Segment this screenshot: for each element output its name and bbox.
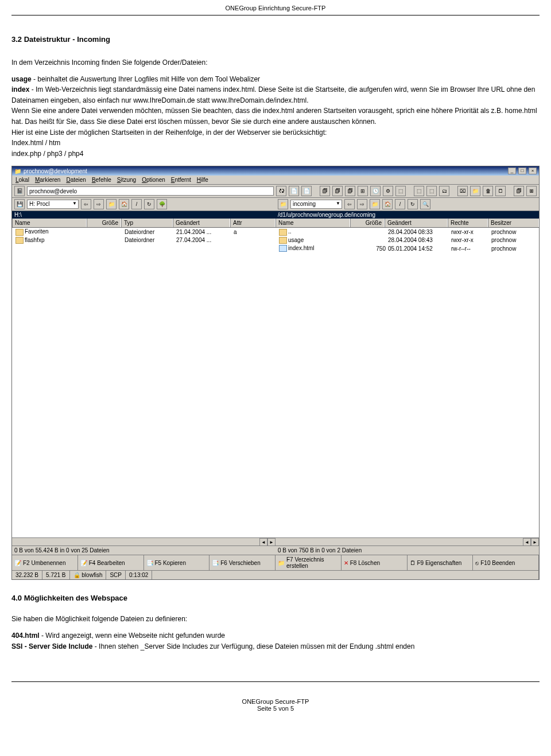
list-item[interactable]: .. 28.04.2004 08:33 rwxr-xr-x prochnow — [276, 228, 539, 236]
f8-delete[interactable]: ✕F8 Löschen — [342, 555, 408, 570]
menu-dateien[interactable]: Dateien — [66, 177, 86, 183]
stat-1: 32.232 B — [12, 571, 42, 579]
footer-rule — [11, 681, 540, 682]
tb-btn-9[interactable]: ⚙ — [383, 186, 393, 196]
left-drive-dropdown[interactable]: H: Procl — [27, 200, 79, 209]
tb-btn-1[interactable]: 🗘 — [276, 186, 286, 196]
scroll-left-icon[interactable]: ◄ — [259, 538, 267, 546]
f6-move[interactable]: 📑F6 Verschieben — [209, 555, 276, 570]
left-hscroll[interactable]: ◄ ► — [12, 537, 276, 545]
lcol-geaendert[interactable]: Geändert — [173, 219, 230, 227]
right-nav-parent[interactable]: 📁 — [370, 199, 380, 209]
menu-markieren[interactable]: Markieren — [35, 177, 60, 183]
minimize-button[interactable]: _ — [508, 167, 516, 174]
right-nav-fwd[interactable]: ⇨ — [357, 199, 367, 209]
lcol-groesse[interactable]: Größe — [87, 219, 121, 227]
maximize-button[interactable]: □ — [518, 167, 526, 174]
titlebar[interactable]: 📁 prochnow@development _ □ × — [12, 166, 539, 176]
right-status: 0 B von 750 B in 0 von 2 Dateien — [276, 545, 539, 555]
menu-lokal[interactable]: Lokal — [15, 177, 29, 183]
section-4-0-title: 4.0 Möglichkeiten des Webspace — [11, 594, 540, 602]
right-nav-refresh[interactable]: ↻ — [408, 199, 418, 209]
footer-line-1: ONEGroup Secure-FTP — [11, 698, 540, 705]
right-nav-root[interactable]: / — [395, 199, 405, 209]
left-nav-root[interactable]: / — [131, 199, 142, 209]
tb-btn-13[interactable]: 🗂 — [439, 186, 449, 196]
tb-btn-16[interactable]: 🗑 — [483, 186, 493, 196]
right-nav-home[interactable]: 🏠 — [382, 199, 393, 209]
doc-footer: ONEGroup Secure-FTP Seite 5 von 5 — [11, 696, 540, 712]
left-filelist[interactable]: Favoriten Dateiordner 21.04.2004 ... a f… — [12, 228, 276, 537]
rcol-geaendert[interactable]: Geändert — [385, 219, 448, 227]
right-columns: Name Größe Geändert Rechte Besitzer — [276, 219, 539, 228]
folder-icon — [15, 237, 24, 244]
usage-text: - beinhaltet die Auswertung Ihrer Logfil… — [32, 75, 260, 83]
f4-edit[interactable]: 📝F4 Bearbeiten — [78, 555, 144, 570]
menu-optionen[interactable]: Optionen — [142, 177, 165, 183]
index-label: index — [11, 85, 29, 93]
right-nav-find[interactable]: 🔍 — [420, 199, 430, 209]
list-item[interactable]: index.html 750 05.01.2004 14:52 rw-r--r-… — [276, 244, 539, 252]
f9-properties[interactable]: 🗒F9 Eigenschaften — [408, 555, 474, 570]
left-nav-refresh[interactable]: ↻ — [144, 199, 154, 209]
rcol-name[interactable]: Name — [276, 219, 350, 227]
list-line-2: index.php / php3 / php4 — [11, 150, 83, 158]
right-nav-up[interactable]: ⇦ — [344, 199, 355, 209]
rcol-rechte[interactable]: Rechte — [448, 219, 488, 227]
html-file-icon — [279, 245, 287, 252]
usage-label: usage — [11, 75, 32, 83]
scroll-right-icon[interactable]: ► — [267, 538, 276, 546]
lcol-typ[interactable]: Typ — [121, 219, 173, 227]
lcol-name[interactable]: Name — [12, 219, 87, 227]
left-drive-icon[interactable]: 💾 — [14, 199, 25, 209]
left-nav-fwd[interactable]: ⇨ — [94, 199, 104, 209]
lcol-attr[interactable]: Attr — [230, 219, 276, 227]
right-folder-icon[interactable]: 📁 — [278, 199, 288, 209]
left-nav-tree[interactable]: 🌳 — [157, 199, 167, 209]
menu-sitzung[interactable]: Sitzung — [117, 177, 136, 183]
menu-befehle[interactable]: Befehle — [92, 177, 111, 183]
tb-btn-18[interactable]: 🗐 — [514, 186, 524, 196]
session-input[interactable] — [27, 186, 274, 196]
scroll-left-icon[interactable]: ◄ — [523, 538, 531, 546]
tb-btn-14[interactable]: ⌧ — [457, 186, 468, 196]
tb-btn-3[interactable]: 📄 — [301, 186, 312, 196]
ftp-app-screenshot: 📁 prochnow@development _ □ × Lokal Marki… — [11, 166, 540, 580]
tb-btn-15[interactable]: 📁 — [470, 186, 480, 196]
list-item[interactable]: usage 28.04.2004 08:43 rwxr-xr-x prochno… — [276, 236, 539, 244]
menu-hilfe[interactable]: Hilfe — [197, 177, 208, 183]
stat-spacer — [152, 571, 539, 579]
right-folder-dropdown[interactable]: incoming — [290, 200, 342, 209]
list-item[interactable]: Favoriten Dateiordner 21.04.2004 ... a — [12, 228, 276, 236]
close-button[interactable]: × — [529, 167, 537, 174]
tb-btn-4[interactable]: 🗐 — [320, 186, 330, 196]
menu-entfernt[interactable]: Entfernt — [171, 177, 191, 183]
f10-quit[interactable]: ⎋F10 Beenden — [473, 555, 539, 570]
f7-mkdir[interactable]: 📁F7 Verzeichnis erstellen — [276, 555, 342, 570]
left-path: H:\ — [12, 211, 276, 219]
right-hscroll[interactable]: ◄ ► — [276, 537, 539, 545]
tb-btn-11[interactable]: ⬚ — [414, 186, 424, 196]
rcol-besitzer[interactable]: Besitzer — [488, 219, 539, 227]
left-nav-parent[interactable]: 📁 — [106, 199, 117, 209]
f2-rename[interactable]: 📝F2 Umbenennen — [12, 555, 78, 570]
left-nav-home[interactable]: 🏠 — [119, 199, 129, 209]
tb-btn-19[interactable]: 🗏 — [526, 186, 537, 196]
tb-btn-2[interactable]: 📄 — [289, 186, 299, 196]
list-item[interactable]: flashfxp Dateiordner 27.04.2004 ... — [12, 236, 276, 244]
address-icon[interactable]: 📓 — [14, 186, 25, 196]
f5-copy[interactable]: 📑F5 Kopieren — [144, 555, 210, 570]
right-path: /d1/u/prochnow/onegroup.de/incoming — [276, 211, 539, 219]
left-nav-up[interactable]: ⇦ — [81, 199, 91, 209]
stat-4: SCP — [106, 571, 126, 579]
tb-btn-12[interactable]: ⬚ — [426, 186, 437, 196]
tb-btn-8[interactable]: 🕓 — [370, 186, 381, 196]
rcol-groesse[interactable]: Größe — [350, 219, 385, 227]
tb-btn-7[interactable]: ⊞ — [358, 186, 368, 196]
scroll-right-icon[interactable]: ► — [531, 538, 539, 546]
right-filelist[interactable]: .. 28.04.2004 08:33 rwxr-xr-x prochnow u… — [276, 228, 539, 537]
tb-btn-17[interactable]: 🗒 — [495, 186, 506, 196]
tb-btn-6[interactable]: 🗐 — [345, 186, 355, 196]
tb-btn-10[interactable]: ⬚ — [395, 186, 406, 196]
tb-btn-5[interactable]: 🗐 — [332, 186, 343, 196]
